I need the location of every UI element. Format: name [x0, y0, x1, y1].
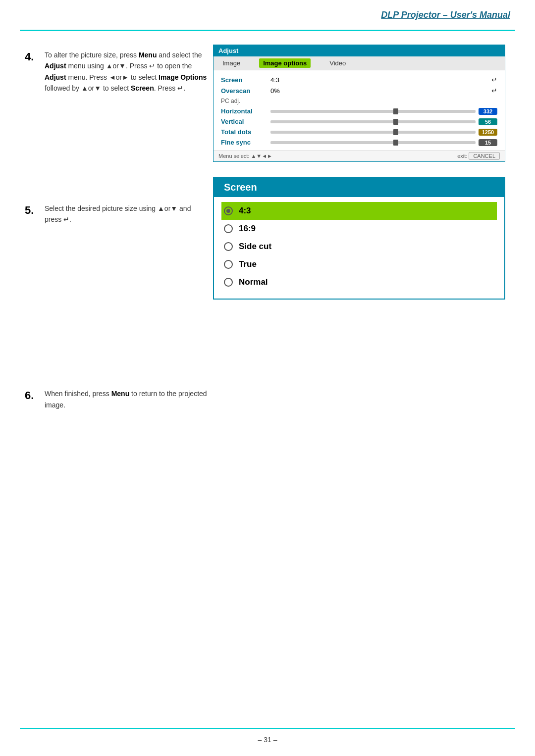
ui-screenshots-column: Adjust Image Image options Video Screen … [213, 45, 505, 300]
totaldots-slider[interactable]: 1250 [270, 129, 497, 136]
vertical-slider[interactable]: 56 [270, 118, 497, 125]
overscan-enter-icon: ↵ [491, 87, 497, 95]
radio-4-3-fill [226, 209, 230, 213]
horizontal-slider-thumb [393, 108, 398, 114]
tab-image[interactable]: Image [218, 58, 244, 68]
radio-true [224, 260, 233, 269]
step-4: 4. To alter the picture size, press Menu… [25, 50, 208, 94]
screen-option-16-9[interactable]: 16:9 [224, 220, 494, 238]
finesync-slider-bar [270, 141, 476, 144]
menu-row-screen: Screen 4:3 ↵ [221, 74, 497, 85]
step-6-number: 6. [25, 389, 45, 402]
finesync-value: 15 [479, 139, 497, 146]
screen-option-4-3[interactable]: 4:3 [221, 202, 497, 220]
totaldots-slider-thumb [393, 129, 398, 135]
screen-menu: Screen 4:3 16:9 Side cut [213, 177, 505, 300]
totaldots-slider-bar [270, 131, 476, 134]
adjust-menu-title: Adjust [214, 45, 505, 56]
menu-body: Screen 4:3 ↵ Overscan 0% ↵ PC adj. Horiz… [214, 70, 505, 150]
vertical-slider-thumb [393, 119, 398, 125]
bottom-decorative-line [20, 728, 515, 729]
screen-option-true-label: True [239, 259, 257, 269]
step-5-number: 5. [25, 204, 45, 217]
vertical-label: Vertical [221, 118, 270, 125]
radio-4-3 [224, 206, 233, 215]
tab-image-options[interactable]: Image options [259, 58, 311, 68]
overscan-label: Overscan [221, 87, 270, 95]
horizontal-slider[interactable]: 332 [270, 108, 497, 115]
horizontal-slider-bar [270, 110, 476, 113]
pcadj-label: PC adj. [221, 98, 270, 104]
adjust-menu: Adjust Image Image options Video Screen … [213, 45, 505, 162]
menu-tabs: Image Image options Video [214, 56, 505, 70]
step-4-number: 4. [25, 50, 45, 63]
screen-option-4-3-label: 4:3 [239, 206, 251, 216]
menu-row-horizontal: Horizontal 332 [221, 106, 497, 116]
menu-nav-label: Menu select: ▲▼◄► [218, 153, 272, 159]
step-5-text: Select the desired picture size using ▲o… [45, 203, 208, 225]
menu-footer: Menu select: ▲▼◄► exit: CANCEL [214, 150, 505, 161]
document-title: DLP Projector – User's Manual [381, 10, 510, 20]
radio-sidecut [224, 242, 233, 251]
finesync-slider-thumb [393, 140, 398, 146]
screen-option-sidecut-label: Side cut [239, 242, 271, 252]
screen-value: 4:3 [270, 76, 300, 84]
cancel-button[interactable]: CANCEL [469, 152, 500, 160]
menu-row-totaldots: Total dots 1250 [221, 127, 497, 137]
vertical-value: 56 [479, 118, 497, 125]
radio-16-9 [224, 224, 233, 233]
screen-option-sidecut[interactable]: Side cut [224, 238, 494, 255]
screen-option-16-9-label: 16:9 [239, 224, 256, 234]
finesync-slider[interactable]: 15 [270, 139, 497, 146]
step-4-text: To alter the picture size, press Menu an… [45, 50, 208, 94]
screen-option-normal-label: Normal [239, 277, 268, 287]
instructions-column: 4. To alter the picture size, press Menu… [25, 45, 208, 430]
page-number: – 31 – [258, 736, 277, 744]
finesync-label: Fine sync [221, 139, 270, 146]
screen-enter-icon: ↵ [491, 76, 497, 84]
radio-normal [224, 278, 233, 287]
horizontal-value: 332 [479, 108, 497, 115]
screen-option-normal[interactable]: Normal [224, 273, 494, 291]
menu-exit-label: exit: CANCEL [457, 153, 500, 159]
totaldots-label: Total dots [221, 128, 270, 136]
screen-option-true[interactable]: True [224, 255, 494, 273]
menu-row-pcadj: PC adj. [221, 96, 497, 106]
step-6-text: When finished, press Menu to return to t… [45, 388, 208, 410]
overscan-value: 0% [270, 87, 300, 95]
menu-row-overscan: Overscan 0% ↵ [221, 85, 497, 96]
step-6: 6. When finished, press Menu to return t… [25, 388, 208, 410]
vertical-slider-bar [270, 120, 476, 123]
screen-label: Screen [221, 76, 270, 84]
top-decorative-line [20, 30, 515, 31]
menu-row-vertical: Vertical 56 [221, 116, 497, 127]
screen-menu-title: Screen [214, 178, 504, 197]
menu-row-finesync: Fine sync 15 [221, 137, 497, 148]
tab-video[interactable]: Video [325, 58, 350, 68]
horizontal-label: Horizontal [221, 107, 270, 115]
step-5: 5. Select the desired picture size using… [25, 203, 208, 225]
totaldots-value: 1250 [479, 129, 497, 136]
screen-options-list: 4:3 16:9 Side cut True Normal [214, 197, 504, 299]
